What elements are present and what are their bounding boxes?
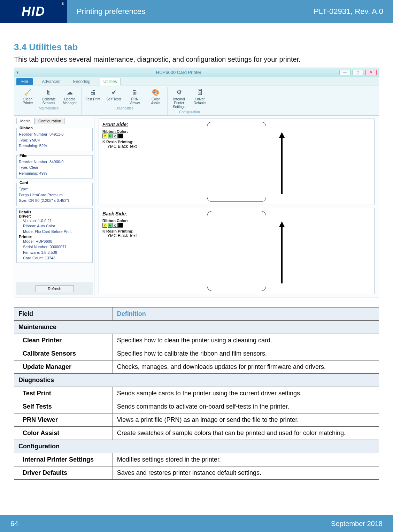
calibrate-sensors-button[interactable]: 🎚Calibrate Sensors (39, 87, 58, 106)
doc-section-title: Printing preferences (67, 7, 314, 16)
table-group-name: Maintenance (14, 321, 379, 334)
subtab-media[interactable]: Media (16, 118, 34, 124)
tab-utilities[interactable]: Utilities (100, 78, 121, 85)
tab-encoding[interactable]: Encoding (70, 78, 94, 85)
back-card-preview (207, 211, 266, 291)
doc-header: HID ® Printing preferences PLT-02931, Re… (0, 0, 393, 23)
col-field: Field (14, 307, 113, 321)
ribbon-remaining: Remaining: 52% (19, 143, 90, 149)
section-intro: This tab provides several maintenance, d… (14, 55, 379, 63)
details-driver-ribbon: Ribbon: Auto Color (19, 223, 90, 229)
color-c-icon: C (113, 223, 118, 228)
table-row: Self TestsSends commands to activate on-… (14, 400, 379, 413)
definitions-table: Field Definition MaintenanceClean Printe… (14, 307, 379, 480)
table-field: PRN Viewer (14, 413, 113, 427)
palette-icon: 🎨 (150, 88, 161, 97)
table-row: Internal Printer SettingsModifies settin… (14, 453, 379, 466)
table-group-row: Maintenance (14, 321, 379, 334)
table-field: Driver Defaults (14, 466, 113, 480)
film-reorder: Reorder Number: 84900-0 (19, 159, 90, 165)
back-side-panel: Back Side: Ribbon Color: YMCK K Resin Pr… (99, 208, 375, 294)
tab-advanced[interactable]: Advanced (38, 78, 64, 85)
details-printer-count: Card Count: 13743 (19, 256, 90, 261)
front-card-preview (207, 122, 266, 202)
table-row: Driver DefaultsSaves and restores printe… (14, 466, 379, 480)
doc-revision: PLT-02931, Rev. A.0 (314, 7, 393, 16)
card-type: Type: Fargo UltraCard Premium (19, 186, 90, 198)
table-definition: Specifies how to clean the printer using… (113, 334, 379, 347)
internal-printer-settings-button[interactable]: ⚙Internal Printer Settings (170, 87, 188, 109)
hid-logo: HID ® (0, 0, 67, 23)
database-icon: 🗄 (194, 88, 206, 97)
color-c-icon: C (113, 134, 118, 138)
ribbon-legend: Ribbon (19, 126, 33, 130)
window-title: HDP6600 Card Printer (19, 70, 339, 75)
front-ribbon-color-label: Ribbon Color: (102, 129, 196, 134)
update-manager-button[interactable]: ☁Update Manager (60, 87, 79, 106)
front-kresin-label: K Resin Printing: (102, 140, 196, 144)
ribbon-toolbar: 🧹Clean Printer 🎚Calibrate Sensors ☁Updat… (14, 85, 379, 116)
group-configuration-label: Configuration (179, 110, 200, 114)
table-row: Test PrintSends sample cards to the prin… (14, 387, 379, 400)
film-legend: Film (19, 153, 28, 158)
col-definition: Definition (113, 307, 379, 321)
color-assist-button[interactable]: 🎨Color Assist (146, 87, 165, 106)
back-side-heading: Back Side: (102, 211, 196, 216)
group-maintenance: 🧹Clean Printer 🎚Calibrate Sensors ☁Updat… (16, 87, 82, 115)
details-driver-mode: Mode: Flip Card Before Print (19, 229, 90, 235)
close-icon[interactable]: ✕ (365, 70, 377, 75)
back-ribbon-color-label: Ribbon Color: (102, 219, 196, 223)
back-ribbon-colors: YMCK (102, 223, 196, 228)
broom-icon: 🧹 (22, 88, 33, 97)
footer-date: September 2018 (331, 520, 383, 528)
table-field: Clean Printer (14, 334, 113, 347)
ribbon-reorder: Reorder Number: 84911-0 (19, 131, 90, 137)
section-heading: 3.4 Utilities tab (14, 42, 379, 53)
check-icon: ✔ (108, 88, 120, 97)
back-arrow-icon (277, 211, 287, 291)
front-arrow-icon (277, 122, 287, 202)
prn-viewer-button[interactable]: 🗎PRN Viewer (125, 87, 144, 106)
doc-footer: 64 September 2018 (0, 515, 393, 532)
back-kresin-value: YMC Black Text (102, 233, 196, 238)
color-k-icon: K (118, 134, 123, 138)
details-group: Details Driver: Version: 1.0.0.21 Ribbon… (16, 208, 93, 263)
group-configuration: ⚙Internal Printer Settings 🗄Driver Defau… (168, 87, 211, 115)
color-y-icon: Y (102, 134, 107, 138)
table-group-name: Configuration (14, 440, 379, 453)
table-field: Self Tests (14, 400, 113, 413)
self-tests-button[interactable]: ✔Self Tests (105, 87, 123, 106)
table-row: Clean PrinterSpecifies how to clean the … (14, 334, 379, 347)
table-row: Color AssistCreate swatches of sample co… (14, 427, 379, 440)
table-field: Test Print (14, 387, 113, 400)
test-print-button[interactable]: 🖨Test Print (84, 87, 102, 106)
maximize-icon[interactable]: □ (352, 70, 363, 75)
driver-defaults-button[interactable]: 🗄Driver Defaults (191, 87, 209, 109)
refresh-button[interactable]: Refresh (36, 285, 74, 292)
table-group-name: Diagnostics (14, 374, 379, 387)
details-printer-fw: Firmware: 1.8.3.536 (19, 250, 90, 256)
group-diagnostics-label: Diagnostics (115, 106, 133, 110)
utilities-screenshot: ▾ HDP6600 Card Printer — □ ✕ File Advanc… (14, 68, 379, 297)
right-panel: Front Side: Ribbon Color: YMCK K Resin P… (94, 116, 379, 297)
printer-icon: 🖨 (87, 88, 99, 97)
details-printer-model: Model: HDP6600 (19, 239, 90, 244)
ribbon-type: Type: YMCK (19, 137, 90, 143)
table-group-row: Configuration (14, 440, 379, 453)
table-row: PRN ViewerViews a print file (PRN) as an… (14, 413, 379, 427)
color-k-icon: K (118, 223, 123, 228)
group-diagnostics: 🖨Test Print ✔Self Tests 🗎PRN Viewer 🎨Col… (82, 87, 168, 115)
details-printer-label: Printer: (19, 235, 32, 239)
clean-printer-button[interactable]: 🧹Clean Printer (18, 87, 37, 106)
ribbon-tabs: File Advanced Encoding Utilities (14, 77, 379, 85)
table-definition: Views a print file (PRN) as an image or … (113, 413, 379, 427)
minimize-icon[interactable]: — (339, 70, 350, 75)
color-y-icon: Y (102, 223, 107, 228)
card-group: Card Type: Fargo UltraCard Premium Size:… (16, 181, 93, 206)
details-legend: Details (19, 210, 31, 214)
subtab-configuration[interactable]: Configuration (34, 118, 65, 124)
ribbon-group: Ribbon Reorder Number: 84911-0 Type: YMC… (16, 126, 93, 151)
table-definition: Sends commands to activate on-board self… (113, 400, 379, 413)
window-titlebar: ▾ HDP6600 Card Printer — □ ✕ (14, 68, 379, 77)
tab-file[interactable]: File (16, 78, 33, 85)
